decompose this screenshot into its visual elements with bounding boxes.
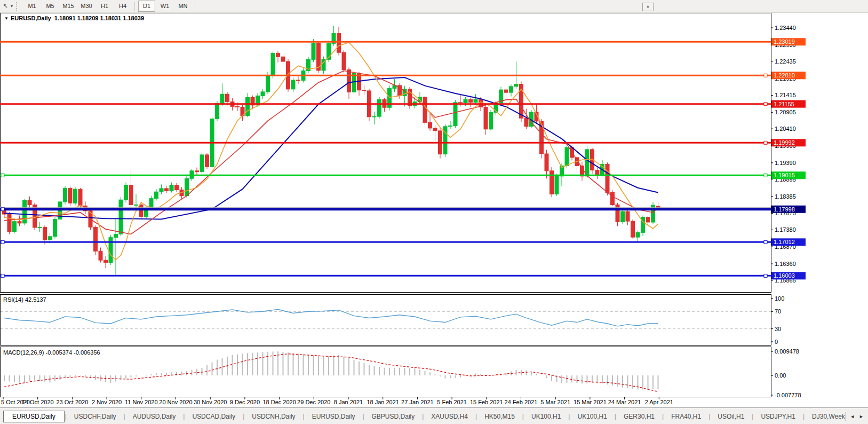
candle-body bbox=[297, 80, 300, 81]
date-axis-label: 24 Feb 2021 bbox=[505, 399, 538, 405]
date-axis-label: 2 Apr 2021 bbox=[645, 399, 673, 405]
line-anchor-handle[interactable] bbox=[764, 103, 767, 106]
macd-tick-label: 0.00 bbox=[775, 372, 786, 379]
candle-body bbox=[291, 80, 295, 89]
line-anchor-handle[interactable] bbox=[764, 141, 767, 144]
candle-body bbox=[7, 214, 11, 231]
candle-body bbox=[362, 90, 366, 91]
tab-separator: | bbox=[752, 413, 753, 420]
candle-body bbox=[155, 192, 158, 198]
candle-body bbox=[428, 122, 432, 128]
candle-body bbox=[337, 34, 341, 53]
chart-tab-usdchf-daily[interactable]: USDCHF,Daily bbox=[67, 411, 123, 422]
candle-body bbox=[555, 176, 559, 194]
date-axis-label: 11 Nov 2020 bbox=[125, 399, 158, 405]
candle-body bbox=[109, 238, 113, 263]
macd-tick-label: -0.007778 bbox=[775, 392, 801, 398]
chart-tab-hk50-m15[interactable]: HK50,M15 bbox=[477, 411, 522, 422]
candle-body bbox=[453, 103, 457, 126]
date-axis-label: 9 Dec 2020 bbox=[230, 399, 260, 405]
date-axis-label: 2 Nov 2020 bbox=[92, 399, 122, 405]
chart-tab-dj30-weekly[interactable]: DJ30,Weekly bbox=[805, 411, 845, 422]
chart-tab-eurusd-daily[interactable]: EURUSD,Daily bbox=[3, 411, 65, 422]
candle-body bbox=[43, 227, 47, 240]
price-tick-label: 1.20905 bbox=[775, 109, 796, 115]
candle-body bbox=[185, 178, 189, 195]
candle-body bbox=[606, 164, 609, 192]
candle-body bbox=[216, 104, 219, 119]
chart-tab-xauusd-h4[interactable]: XAUUSD,H4 bbox=[424, 411, 475, 422]
candle-body bbox=[372, 116, 376, 117]
tab-separator: | bbox=[124, 413, 125, 420]
candle-body bbox=[646, 217, 650, 222]
candle-body bbox=[53, 219, 57, 236]
tab-scroll-right-icon[interactable]: ► bbox=[859, 414, 864, 419]
date-axis-label: 20 Nov 2020 bbox=[159, 399, 192, 405]
price-tick-label: 1.22435 bbox=[775, 58, 796, 65]
rsi-tick-label: 70 bbox=[775, 308, 781, 315]
chart-tab-gbpusd-daily[interactable]: GBPUSD,Daily bbox=[365, 411, 422, 422]
date-axis-label: 23 Oct 2020 bbox=[56, 399, 88, 405]
line-anchor-handle[interactable] bbox=[1, 174, 4, 177]
line-anchor-handle[interactable] bbox=[1, 274, 4, 277]
chart-tab-eurusd-daily[interactable]: EURUSD,Daily bbox=[305, 411, 362, 422]
tab-separator: | bbox=[362, 413, 364, 420]
candle-body bbox=[129, 185, 133, 205]
chart-tab-ger30-h1[interactable]: GER30,H1 bbox=[617, 411, 662, 422]
chart-tab-uk100-h1[interactable]: UK100,H1 bbox=[524, 411, 568, 422]
date-axis-label: 14 Oct 2020 bbox=[22, 399, 54, 405]
candle-body bbox=[504, 90, 508, 92]
candle-body bbox=[449, 126, 452, 127]
chart-tab-usdcnh-daily[interactable]: USDCNH,Daily bbox=[245, 411, 302, 422]
rsi-tick-label: 0 bbox=[775, 339, 778, 345]
candle-body bbox=[545, 154, 548, 171]
date-axis-label: 29 Dec 2020 bbox=[297, 399, 330, 405]
price-tick-label: 1.23440 bbox=[775, 25, 796, 31]
tab-separator: | bbox=[183, 413, 185, 420]
candle-body bbox=[175, 185, 179, 190]
candle-body bbox=[170, 185, 173, 191]
candle-body bbox=[28, 200, 31, 205]
tab-separator: | bbox=[708, 413, 710, 420]
mt4-window: ↖ ▾ M1M5M15M30H1H4D1W1MN ▲ 1.234401.2293… bbox=[0, 0, 868, 424]
line-anchor-handle[interactable] bbox=[1, 208, 4, 211]
candle-body bbox=[565, 147, 569, 166]
chart-tab-usdjpy-h1[interactable]: USDJPY,H1 bbox=[754, 411, 802, 422]
tab-scroll-left-icon[interactable]: ◄ bbox=[850, 414, 855, 419]
candle-body bbox=[236, 106, 240, 107]
tab-separator: | bbox=[522, 413, 524, 420]
chart-tab-uk100-h1[interactable]: UK100,H1 bbox=[570, 411, 614, 422]
collapse-triangle-icon[interactable]: ▼ bbox=[4, 16, 9, 21]
date-axis-label: 24 Mar 2021 bbox=[608, 399, 641, 405]
price-level-badge-label: 1.19992 bbox=[774, 139, 795, 146]
candle-body bbox=[636, 232, 640, 237]
chart-tab-usdcad-daily[interactable]: USDCAD,Daily bbox=[185, 411, 242, 422]
chart-tab-fra40-h1[interactable]: FRA40,H1 bbox=[664, 411, 708, 422]
candle-body bbox=[469, 99, 473, 103]
chart-tab-audusd-daily[interactable]: AUDUSD,Daily bbox=[126, 411, 183, 422]
candle-body bbox=[347, 70, 351, 92]
candle-body bbox=[200, 155, 204, 172]
symbol-tab-bar: EURUSD,Daily|USDCHF,Daily|AUDUSD,Daily|U… bbox=[0, 407, 868, 424]
line-anchor-handle[interactable] bbox=[764, 274, 767, 277]
line-anchor-handle[interactable] bbox=[764, 174, 767, 177]
candle-body bbox=[94, 227, 98, 251]
line-anchor-handle[interactable] bbox=[764, 240, 767, 244]
tab-separator: | bbox=[65, 413, 67, 420]
candle-body bbox=[631, 221, 635, 237]
candle-body bbox=[550, 171, 554, 194]
candle-body bbox=[63, 188, 67, 202]
tab-separator: | bbox=[803, 413, 805, 420]
candle-body bbox=[484, 107, 488, 129]
price-tick-label: 1.16360 bbox=[775, 261, 796, 267]
candle-body bbox=[433, 128, 437, 131]
candle-body bbox=[48, 237, 52, 240]
candle-body bbox=[220, 94, 224, 103]
date-axis-label: 15 Feb 2021 bbox=[470, 399, 503, 405]
chart-tab-usoil-h1[interactable]: USOil,H1 bbox=[711, 411, 751, 422]
tab-separator: | bbox=[615, 413, 616, 420]
line-anchor-handle[interactable] bbox=[764, 74, 767, 77]
candle-body bbox=[524, 118, 528, 127]
price-level-badge-label: 1.19015 bbox=[774, 172, 795, 178]
line-anchor-handle[interactable] bbox=[1, 240, 4, 244]
